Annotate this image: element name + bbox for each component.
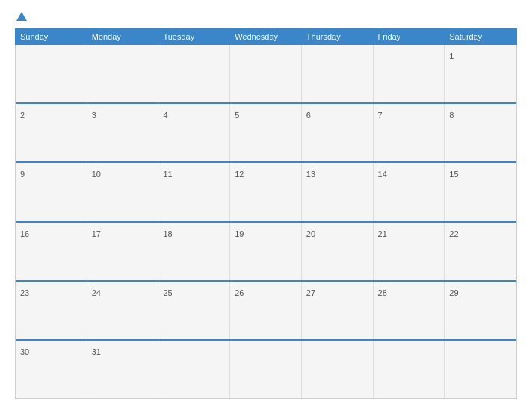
day-number: 17 [92,229,101,238]
day-cell: 24 [87,282,159,339]
weeks-grid: 1234567891011121314151617181920212223242… [15,45,517,399]
day-cell [302,341,374,398]
day-cell: 21 [374,223,445,280]
day-cell: 19 [230,223,302,280]
day-cell: 30 [16,341,87,398]
week-row-4: 16171819202122 [16,221,516,280]
day-cell: 31 [87,341,159,398]
day-number: 31 [92,347,101,356]
day-cell [374,341,445,398]
day-cell: 28 [374,282,445,339]
logo [15,12,27,21]
day-header-monday: Monday [87,29,159,44]
day-cell [158,341,230,398]
day-number: 23 [20,288,29,297]
day-cell: 26 [230,282,302,339]
day-number: 14 [378,170,387,179]
day-cell: 27 [302,282,374,339]
day-cell [16,45,87,102]
header [15,12,517,21]
day-cell: 14 [374,163,445,220]
day-cell [230,45,302,102]
day-number: 5 [235,111,239,120]
week-row-1: 1 [16,45,516,102]
day-number: 22 [449,229,458,238]
day-cell [87,45,159,102]
day-cell: 12 [230,163,302,220]
day-number: 24 [92,288,101,297]
day-number: 29 [449,288,458,297]
day-cell: 22 [445,223,516,280]
day-number: 25 [163,288,172,297]
day-cell: 11 [158,163,230,220]
day-number: 1 [449,52,454,61]
day-header-thursday: Thursday [302,29,374,44]
day-cell: 5 [230,104,302,161]
day-number: 9 [20,170,25,179]
week-row-5: 23242526272829 [16,280,516,339]
day-header-saturday: Saturday [445,29,516,44]
day-number: 6 [306,111,311,120]
day-number: 3 [92,111,96,120]
day-number: 2 [20,111,25,120]
calendar: SundayMondayTuesdayWednesdayThursdayFrid… [15,28,517,399]
logo-triangle-icon [16,12,27,21]
day-number: 11 [163,170,172,179]
day-cell: 4 [158,104,230,161]
day-cell: 18 [158,223,230,280]
day-number: 16 [20,229,29,238]
day-cell: 23 [16,282,87,339]
day-cell [445,341,516,398]
day-number: 18 [163,229,172,238]
day-number: 4 [163,111,167,120]
day-number: 20 [306,229,315,238]
day-headers-row: SundayMondayTuesdayWednesdayThursdayFrid… [15,28,517,45]
day-cell: 25 [158,282,230,339]
day-number: 19 [235,229,244,238]
day-cell: 2 [16,104,87,161]
day-number: 21 [378,229,387,238]
day-cell: 15 [445,163,516,220]
day-number: 26 [235,288,244,297]
day-cell [374,45,445,102]
day-cell: 29 [445,282,516,339]
day-cell: 6 [302,104,374,161]
week-row-6: 3031 [16,339,516,398]
day-number: 8 [449,111,454,120]
day-cell [302,45,374,102]
day-number: 7 [378,111,383,120]
day-cell: 8 [445,104,516,161]
day-cell [158,45,230,102]
day-number: 10 [92,170,101,179]
day-number: 27 [306,288,315,297]
day-number: 15 [449,170,458,179]
week-row-3: 9101112131415 [16,161,516,220]
day-number: 13 [306,170,315,179]
day-cell: 7 [374,104,445,161]
day-header-tuesday: Tuesday [158,29,230,44]
page: SundayMondayTuesdayWednesdayThursdayFrid… [0,0,532,411]
day-cell: 10 [87,163,159,220]
day-cell: 20 [302,223,374,280]
day-header-friday: Friday [374,29,445,44]
week-row-2: 2345678 [16,102,516,161]
day-number: 28 [378,288,387,297]
day-cell: 9 [16,163,87,220]
day-header-wednesday: Wednesday [230,29,302,44]
day-cell: 13 [302,163,374,220]
day-cell: 16 [16,223,87,280]
day-number: 30 [20,347,29,356]
day-number: 12 [235,170,244,179]
day-cell: 3 [87,104,159,161]
day-cell: 17 [87,223,159,280]
day-cell: 1 [445,45,516,102]
day-header-sunday: Sunday [16,29,87,44]
day-cell [230,341,302,398]
